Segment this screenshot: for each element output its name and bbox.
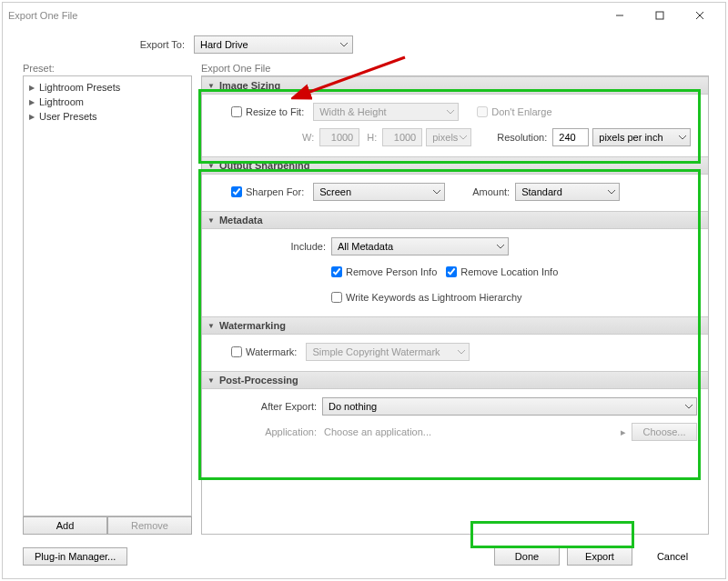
include-label: Include: — [213, 241, 331, 252]
triangle-down-icon: ▼ — [207, 376, 215, 385]
export-to-select[interactable]: Hard Drive — [194, 35, 353, 54]
add-preset-button[interactable]: Add — [23, 516, 107, 535]
close-icon[interactable] — [680, 3, 720, 28]
preset-list[interactable]: ▶Lightroom Presets ▶Lightroom ▶User Pres… — [23, 75, 192, 516]
remove-person-checkbox[interactable]: Remove Person Info — [331, 266, 437, 277]
minimize-icon[interactable] — [600, 3, 640, 28]
triangle-right-icon: ▸ — [621, 426, 626, 438]
sharpen-for-checkbox[interactable]: Sharpen For: — [231, 186, 304, 197]
maximize-icon[interactable] — [640, 3, 680, 28]
height-input[interactable]: 1000 — [382, 128, 422, 146]
triangle-right-icon: ▶ — [29, 84, 35, 92]
preset-label: Preset: — [23, 63, 192, 74]
h-label: H: — [367, 132, 382, 143]
resize-mode-select[interactable]: Width & Height — [313, 103, 459, 121]
chevron-down-icon — [432, 187, 441, 196]
size-units-select[interactable]: pixels — [426, 128, 471, 146]
chevron-down-icon — [446, 107, 455, 116]
remove-location-checkbox[interactable]: Remove Location Info — [446, 266, 558, 277]
preset-item[interactable]: ▶Lightroom — [25, 95, 189, 109]
triangle-right-icon: ▶ — [29, 98, 35, 106]
section-header-image-sizing[interactable]: ▼Image Sizing — [202, 76, 708, 95]
triangle-down-icon: ▼ — [207, 82, 215, 90]
chevron-down-icon — [607, 187, 616, 196]
chevron-down-icon — [457, 347, 466, 356]
section-header-watermarking[interactable]: ▼Watermarking — [202, 316, 708, 335]
triangle-right-icon: ▶ — [29, 113, 35, 121]
chevron-down-icon — [496, 242, 505, 251]
remove-preset-button[interactable]: Remove — [107, 516, 192, 535]
section-header-post-processing[interactable]: ▼Post-Processing — [202, 371, 708, 389]
amount-label: Amount: — [472, 186, 515, 197]
after-export-label: After Export: — [213, 401, 322, 412]
chevron-down-icon — [684, 402, 693, 411]
triangle-down-icon: ▼ — [207, 162, 215, 170]
write-keywords-checkbox[interactable]: Write Keywords as Lightroom Hierarchy — [331, 292, 522, 303]
chevron-down-icon — [459, 133, 468, 142]
sharpen-for-select[interactable]: Screen — [313, 183, 445, 201]
resolution-input[interactable]: 240 — [552, 128, 589, 146]
triangle-down-icon: ▼ — [207, 322, 215, 330]
dont-enlarge-checkbox[interactable]: Don't Enlarge — [477, 106, 551, 117]
window-title: Export One File — [8, 10, 77, 21]
cancel-button[interactable]: Cancel — [640, 547, 705, 566]
choose-button[interactable]: Choose... — [632, 423, 697, 441]
section-header-output-sharpening[interactable]: ▼Output Sharpening — [202, 156, 708, 175]
export-dialog: Export One File Export To: Hard Drive Pr… — [2, 2, 726, 579]
watermark-select[interactable]: Simple Copyright Watermark — [306, 343, 470, 361]
width-input[interactable]: 1000 — [319, 128, 359, 146]
w-label: W: — [302, 132, 319, 143]
preset-item[interactable]: ▶User Presets — [25, 109, 189, 124]
resolution-label: Resolution: — [497, 132, 552, 143]
include-select[interactable]: All Metadata — [331, 237, 509, 255]
watermark-checkbox[interactable]: Watermark: — [231, 346, 297, 357]
triangle-down-icon: ▼ — [207, 216, 215, 225]
resize-to-fit-checkbox[interactable]: Resize to Fit: — [231, 106, 304, 117]
amount-select[interactable]: Standard — [515, 183, 620, 201]
chevron-down-icon — [678, 133, 687, 142]
application-value: Choose an application... — [322, 426, 615, 437]
export-to-label: Export To: — [3, 39, 194, 50]
titlebar: Export One File — [3, 3, 725, 28]
export-button[interactable]: Export — [567, 547, 632, 566]
done-button[interactable]: Done — [494, 547, 560, 566]
svg-rect-1 — [656, 12, 663, 19]
section-header-metadata[interactable]: ▼Metadata — [202, 211, 708, 229]
resolution-units-select[interactable]: pixels per inch — [592, 128, 691, 146]
chevron-down-icon — [339, 40, 349, 49]
application-label: Application: — [213, 426, 322, 437]
export-to-value: Hard Drive — [200, 39, 248, 50]
right-col-label: Export One File — [201, 63, 709, 74]
after-export-select[interactable]: Do nothing — [322, 397, 697, 416]
plugin-manager-button[interactable]: Plug-in Manager... — [23, 547, 127, 566]
preset-item[interactable]: ▶Lightroom Presets — [25, 80, 189, 95]
